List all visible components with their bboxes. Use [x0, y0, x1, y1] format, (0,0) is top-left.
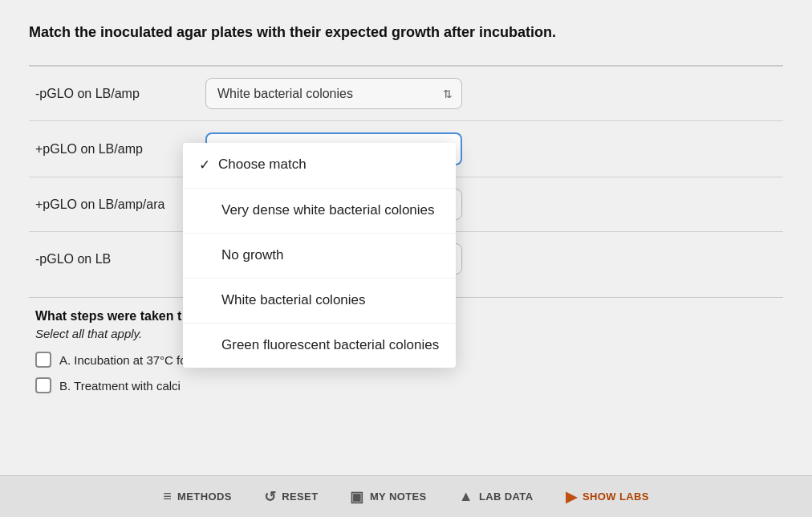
dropdown-item-label-2: No growth — [221, 246, 283, 265]
dropdown-item-label-3: White bacterial colonies — [221, 291, 366, 310]
question2-title: What steps were taken t — [35, 309, 181, 324]
lab-data-label: LAB DATA — [479, 491, 534, 503]
checkbox-label-b: B. Treatment with calci — [59, 379, 181, 393]
checkbox-row-2: B. Treatment with calci — [35, 372, 777, 398]
dropdown-overlay: ✓ Choose match Very dense white bacteria… — [183, 143, 456, 368]
match-label-3: +pGLO on LB/amp/ara — [29, 197, 205, 212]
dropdown-item-4[interactable]: Green fluorescent bacterial colonies — [183, 324, 456, 368]
select-wrapper-1: White bacterial colonies ⇅ — [205, 78, 462, 109]
match-row-1: -pGLO on LB/amp White bacterial colonies… — [29, 66, 783, 120]
dropdown-item-label-1: Very dense white bacterial colonies — [221, 202, 435, 220]
match-select-1[interactable]: White bacterial colonies — [205, 78, 462, 109]
dropdown-item-label-0: Choose match — [218, 156, 307, 174]
lab-data-icon: ▲ — [459, 488, 473, 505]
methods-label: METHODS — [177, 491, 232, 503]
dropdown-item-label-4: Green fluorescent bacterial colonies — [221, 336, 439, 355]
notes-icon: ▣ — [350, 488, 363, 506]
show-labs-button[interactable]: ▶ SHOW LABS — [566, 488, 649, 506]
lab-data-button[interactable]: ▲ LAB DATA — [459, 488, 534, 505]
checkbox-a[interactable] — [35, 352, 51, 368]
dropdown-item-3[interactable]: White bacterial colonies — [183, 279, 456, 324]
my-notes-button[interactable]: ▣ MY NOTES — [350, 488, 426, 506]
methods-icon: ≡ — [163, 488, 172, 505]
match-label-4: -pGLO on LB — [29, 252, 205, 267]
dropdown-item-0[interactable]: ✓ Choose match — [183, 143, 456, 189]
dropdown-item-1[interactable]: Very dense white bacterial colonies — [183, 189, 456, 234]
notes-label: MY NOTES — [370, 491, 427, 503]
checkmark-0: ✓ — [199, 157, 210, 175]
show-labs-icon: ▶ — [566, 488, 577, 506]
main-content: Match the inoculated agar plates with th… — [0, 0, 812, 475]
reset-button[interactable]: ↺ RESET — [264, 488, 319, 506]
dropdown-item-2[interactable]: No growth — [183, 234, 456, 279]
match-label-1: -pGLO on LB/amp — [29, 87, 205, 101]
checkbox-b[interactable] — [35, 377, 51, 393]
match-label-2: +pGLO on LB/amp — [29, 142, 205, 157]
show-labs-label: SHOW LABS — [583, 491, 649, 503]
question1-title: Match the inoculated agar plates with th… — [29, 22, 783, 43]
checkbox-label-a: A. Incubation at 37°C fo — [59, 353, 187, 367]
reset-icon: ↺ — [264, 488, 276, 506]
reset-label: RESET — [282, 491, 318, 503]
methods-button[interactable]: ≡ METHODS — [163, 488, 232, 505]
bottom-toolbar: ≡ METHODS ↺ RESET ▣ MY NOTES ▲ LAB DATA … — [0, 475, 812, 517]
